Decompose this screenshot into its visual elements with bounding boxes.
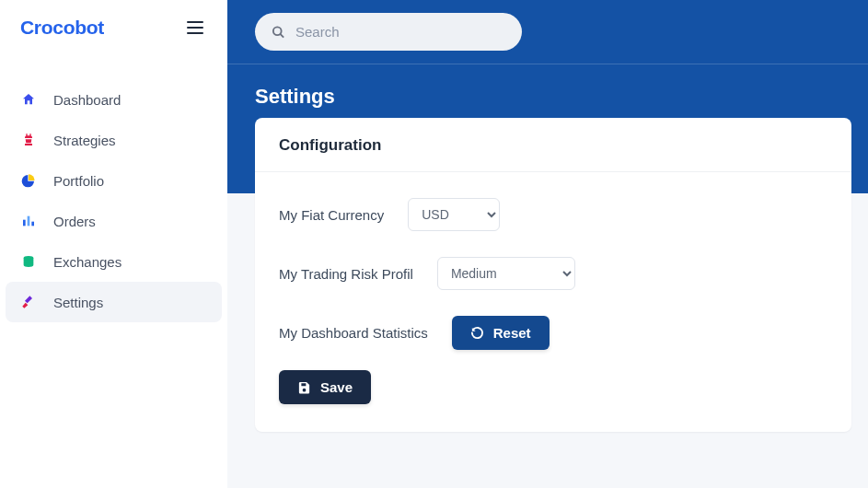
settings-card: Configuration My Fiat Currency USD My Tr…: [255, 118, 851, 432]
card-header: Configuration: [255, 118, 851, 172]
bars-icon: [20, 213, 37, 229]
reset-icon: [470, 326, 484, 340]
fiat-currency-select[interactable]: USD: [408, 198, 500, 231]
search-input[interactable]: [255, 13, 522, 51]
svg-rect-0: [23, 220, 26, 227]
sidebar-item-strategies[interactable]: Strategies: [6, 120, 222, 160]
card-body: My Fiat Currency USD My Trading Risk Pro…: [255, 172, 851, 432]
brand-logo[interactable]: Crocobot: [20, 17, 104, 39]
sidebar-item-dashboard[interactable]: Dashboard: [6, 79, 222, 120]
risk-profile-select[interactable]: Medium: [437, 257, 575, 290]
sidebar-item-orders[interactable]: Orders: [6, 201, 222, 241]
form-row-stats: My Dashboard Statistics Reset: [279, 316, 827, 350]
sidebar-item-portfolio[interactable]: Portfolio: [6, 160, 222, 201]
dashboard-stats-label: My Dashboard Statistics: [279, 325, 428, 341]
svg-point-4: [273, 27, 282, 35]
save-button-label: Save: [320, 379, 353, 395]
reset-button-label: Reset: [493, 325, 531, 341]
content-area: Configuration My Fiat Currency USD My Tr…: [227, 193, 868, 488]
reset-button[interactable]: Reset: [452, 316, 550, 350]
svg-line-5: [280, 33, 284, 37]
sidebar-nav: Dashboard Strategies Portfolio Orders Ex: [0, 79, 227, 322]
chess-icon: [20, 132, 37, 148]
sidebar-item-label: Dashboard: [53, 92, 121, 108]
sidebar-item-label: Strategies: [53, 133, 116, 148]
home-icon: [20, 91, 37, 108]
sidebar-item-exchanges[interactable]: Exchanges: [6, 241, 222, 282]
sidebar-item-label: Portfolio: [53, 173, 104, 189]
risk-profile-label: My Trading Risk Profil: [279, 266, 413, 282]
page-title: Settings: [227, 64, 868, 118]
sidebar: Crocobot Dashboard Strategies Portfolio: [0, 0, 227, 488]
search-icon: [272, 25, 285, 39]
card-title: Configuration: [279, 136, 827, 155]
topbar: [227, 0, 868, 64]
tools-icon: [20, 294, 37, 310]
form-row-risk: My Trading Risk Profil Medium: [279, 257, 827, 290]
sidebar-item-label: Exchanges: [53, 254, 122, 270]
form-row-fiat: My Fiat Currency USD: [279, 198, 827, 231]
sidebar-item-label: Settings: [53, 295, 103, 310]
svg-rect-2: [31, 222, 34, 227]
sidebar-item-settings[interactable]: Settings: [6, 282, 222, 322]
fiat-currency-label: My Fiat Currency: [279, 207, 384, 223]
main-panel: Settings Configuration My Fiat Currency …: [227, 0, 868, 488]
sidebar-item-label: Orders: [53, 214, 96, 229]
save-icon: [297, 380, 311, 394]
svg-rect-1: [28, 216, 30, 227]
save-button[interactable]: Save: [279, 370, 371, 404]
search-wrap: [255, 13, 522, 51]
pie-chart-icon: [20, 172, 37, 189]
sidebar-header: Crocobot: [0, 0, 227, 55]
menu-toggle-button[interactable]: [183, 17, 207, 38]
coins-icon: [20, 253, 37, 270]
